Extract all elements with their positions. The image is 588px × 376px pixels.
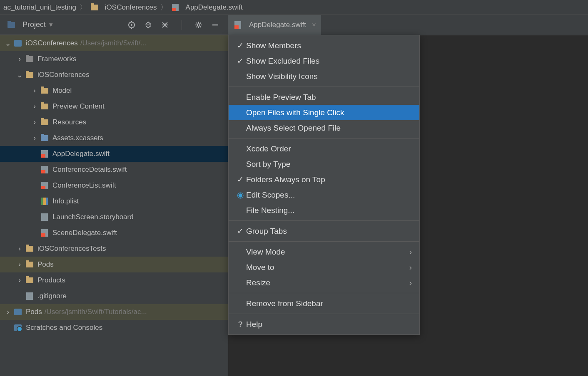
menu-item[interactable]: Open Files with Single Click (229, 105, 419, 120)
menu-item[interactable]: View Mode› (229, 244, 419, 260)
menu-item[interactable]: Show Visibility Icons (229, 69, 419, 84)
tree-row[interactable]: Scratches and Consoles (0, 320, 228, 336)
swift-icon (40, 229, 49, 237)
scratch-icon (13, 324, 22, 331)
swift-icon (40, 150, 49, 158)
menu-label: Enable Preview Tab (246, 93, 414, 102)
menu-item[interactable]: ✓Folders Always on Top (229, 172, 419, 187)
menu-item[interactable]: File Nesting... (229, 203, 419, 218)
tree-row[interactable]: ›Frameworks (0, 51, 228, 67)
menu-item[interactable]: ✓Show Members (229, 38, 419, 53)
folder-icon (25, 277, 34, 284)
menu-item[interactable]: Sort by Type (229, 156, 419, 172)
project-tree[interactable]: ⌄iOSConferences/Users/jsmith/Swift/...›F… (0, 35, 228, 376)
tree-row[interactable]: ConferenceDetails.swift (0, 162, 228, 178)
radio-icon: ◉ (234, 190, 246, 200)
tree-row[interactable]: ⌄iOSConferences/Users/jsmith/Swift/... (0, 35, 228, 51)
menu-label: Group Tabs (246, 227, 414, 236)
tree-label: Resources (52, 118, 86, 126)
tree-row[interactable]: ›Resources (0, 114, 228, 130)
folder-grey-icon (25, 55, 34, 63)
tree-row[interactable]: SceneDelegate.swift (0, 225, 228, 241)
chevron-down-icon[interactable]: ⌄ (16, 71, 23, 79)
tree-row[interactable]: ›Assets.xcassets (0, 130, 228, 146)
check-icon: ✓ (234, 41, 246, 50)
menu-separator (229, 293, 419, 293)
menu-item[interactable]: Xcode Order (229, 141, 419, 156)
chevron-right-icon[interactable]: › (31, 103, 38, 110)
menu-separator (229, 138, 419, 139)
tree-row[interactable]: AppDelegate.swift (0, 146, 228, 162)
file-icon (25, 292, 34, 300)
breadcrumb-item[interactable]: ac_tutorial_unit_testing (3, 3, 76, 12)
menu-item[interactable]: Always Select Opened File (229, 120, 419, 136)
tree-row[interactable]: ›Model (0, 83, 228, 99)
chevron-right-icon[interactable]: › (31, 119, 38, 126)
folder-icon (25, 261, 34, 268)
menu-separator (229, 314, 419, 314)
select-opened-file-icon[interactable] (127, 21, 136, 29)
chevron-right-icon: 〉 (78, 2, 88, 12)
menu-item[interactable]: Move to› (229, 260, 419, 275)
menu-label: Sort by Type (246, 160, 414, 169)
folder-icon (40, 119, 49, 126)
tree-label: Preview Content (52, 102, 105, 111)
expand-all-icon[interactable] (144, 21, 152, 29)
tree-label: .gitignore (37, 292, 67, 300)
menu-item[interactable]: Enable Preview Tab (229, 89, 419, 105)
tree-label: Model (52, 87, 72, 95)
tree-row[interactable]: ›iOSConferencesTests (0, 241, 228, 257)
tree-label: Pods (37, 260, 54, 269)
menu-label: Show Excluded Files (246, 57, 414, 66)
menu-item[interactable]: ✓Show Excluded Files (229, 53, 419, 69)
collapse-all-icon[interactable] (161, 21, 169, 29)
tree-row[interactable]: ›Products (0, 272, 228, 288)
tree-row[interactable]: ConferenceList.swift (0, 178, 228, 193)
hide-icon[interactable] (211, 21, 219, 29)
breadcrumb-item[interactable]: AppDelegate.swift (171, 3, 243, 12)
menu-label: Resize (246, 278, 409, 287)
tree-label: iOSConferences (26, 39, 78, 47)
tree-row[interactable]: ⌄iOSConferences (0, 67, 228, 83)
folder-icon (25, 71, 34, 79)
tree-row[interactable]: .gitignore (0, 288, 228, 304)
module-icon (13, 40, 22, 47)
editor-tab[interactable]: AppDelegate.swift × (228, 15, 321, 35)
chevron-right-icon[interactable]: › (31, 134, 38, 142)
menu-label: Open Files with Single Click (246, 108, 414, 117)
chevron-down-icon[interactable]: ⌄ (4, 40, 12, 47)
tree-row[interactable]: ›Pods/Users/jsmith/Swift/Tutorials/ac... (0, 304, 228, 320)
breadcrumb-item[interactable]: iOSConferences (90, 3, 157, 12)
menu-separator (229, 87, 419, 87)
tree-row[interactable]: LaunchScreen.storyboard (0, 209, 228, 225)
help-icon: ? (234, 320, 246, 329)
gear-icon[interactable] (194, 21, 203, 29)
menu-item[interactable]: ✓Group Tabs (229, 223, 419, 239)
tree-row[interactable]: ›Pods (0, 257, 228, 272)
editor-tabs: AppDelegate.swift × (228, 15, 321, 35)
chevron-down-icon: ▾ (49, 20, 53, 29)
menu-item[interactable]: Remove from Sidebar (229, 296, 419, 311)
chevron-right-icon[interactable]: › (16, 277, 23, 284)
chevron-right-icon: › (409, 278, 414, 287)
gear-context-menu: ✓Show Members✓Show Excluded FilesShow Vi… (228, 35, 420, 335)
menu-item[interactable]: Resize› (229, 275, 419, 290)
menu-label: Folders Always on Top (246, 175, 414, 184)
menu-separator (229, 220, 419, 221)
tree-label: AppDelegate.swift (52, 150, 110, 158)
tree-label: iOSConferences (37, 71, 90, 79)
close-icon[interactable]: × (312, 21, 316, 29)
chevron-right-icon[interactable]: › (16, 245, 23, 252)
menu-item[interactable]: ?Help (229, 317, 419, 332)
chevron-right-icon[interactable]: › (31, 87, 38, 94)
chevron-right-icon[interactable]: › (16, 261, 23, 268)
tree-path: /Users/jsmith/Swift/... (80, 39, 147, 47)
menu-item[interactable]: ◉Edit Scopes... (229, 187, 419, 203)
project-view-selector[interactable]: Project ▾ (3, 19, 56, 31)
tree-row[interactable]: Info.plist (0, 193, 228, 209)
chevron-right-icon[interactable]: › (4, 308, 12, 316)
tree-row[interactable]: ›Preview Content (0, 99, 228, 114)
menu-label: File Nesting... (246, 206, 414, 215)
breadcrumb-bar: ac_tutorial_unit_testing 〉 iOSConference… (0, 0, 588, 15)
chevron-right-icon[interactable]: › (16, 55, 23, 63)
